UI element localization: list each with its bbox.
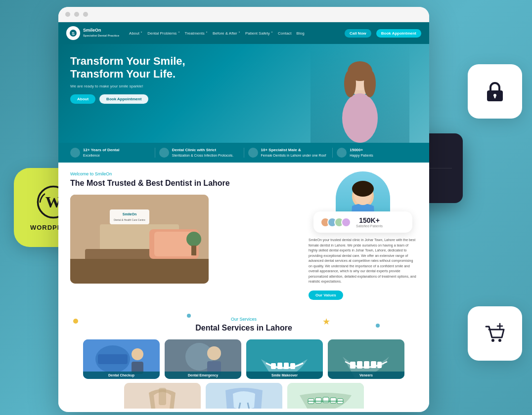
nav-treatments[interactable]: Treatments ˅ xyxy=(185,31,208,36)
site-logo-icon: S xyxy=(66,26,80,40)
svg-rect-24 xyxy=(191,246,196,255)
window-dot-2 xyxy=(74,12,79,17)
window-dot-3 xyxy=(83,12,88,17)
svg-rect-42 xyxy=(277,363,282,369)
svg-rect-49 xyxy=(371,361,376,368)
trophy-icon xyxy=(70,148,80,158)
svg-rect-47 xyxy=(357,361,362,369)
stats-bar: 12+ Years of DentalExcellence Dental Cli… xyxy=(58,143,429,163)
cart-plus-icon xyxy=(482,321,508,346)
hero-title: Transform Your Smile, Transform Your Lif… xyxy=(70,55,185,81)
services-grid-2 xyxy=(70,383,417,409)
nav-blog[interactable]: Blog xyxy=(297,31,305,36)
svg-point-23 xyxy=(186,232,201,247)
deco-star-1: ★ xyxy=(322,316,330,327)
svg-text:S: S xyxy=(72,31,75,36)
site-logo: S SmileOn Specialist Dental Practice xyxy=(66,26,119,40)
svg-point-6 xyxy=(498,339,501,342)
patient-label: Satisfied Patients xyxy=(356,224,383,228)
about-button[interactable]: About xyxy=(70,94,95,104)
call-now-button[interactable]: Call Now xyxy=(345,29,371,38)
stat-sterilization-text: Dental Clinic with StrictSterilization &… xyxy=(172,148,234,157)
stat-specialists-text: 10+ Specialist Male &Female Dentists in … xyxy=(261,148,326,157)
nav-about[interactable]: About ˅ xyxy=(129,31,142,36)
nav-safety[interactable]: Patient Safety ˅ xyxy=(245,31,273,36)
svg-point-5 xyxy=(491,339,494,342)
book-appointment-nav-button[interactable]: Book Appointment xyxy=(376,29,421,38)
patient-avatars xyxy=(320,217,351,227)
service-dental-checkup: Dental Checkup xyxy=(83,339,160,379)
hero-person-image xyxy=(310,44,409,143)
svg-text:SmileOn: SmileOn xyxy=(123,212,136,216)
svg-rect-52 xyxy=(159,388,166,405)
service-veneers: Veneers xyxy=(328,339,404,379)
svg-rect-48 xyxy=(364,361,369,369)
service-root-canal xyxy=(206,383,282,409)
services-title: Dental Services in Lahore xyxy=(70,324,417,332)
lock-card xyxy=(468,64,522,119)
svg-point-38 xyxy=(207,346,221,360)
svg-rect-58 xyxy=(315,398,321,403)
svg-rect-20 xyxy=(70,259,209,284)
services-grid: Dental Checkup Dental Emergency xyxy=(70,339,417,379)
deco-dot-yellow-1 xyxy=(73,319,78,324)
person-icon xyxy=(248,148,258,158)
nav-contact[interactable]: Contact xyxy=(278,31,292,36)
svg-rect-41 xyxy=(271,363,276,369)
service-emergency-label: Dental Emergency xyxy=(165,372,241,379)
site-logo-text: SmileOn Specialist Dental Practice xyxy=(83,28,119,38)
svg-rect-4 xyxy=(494,96,496,98)
stat-patients: 15000+Happy Patients xyxy=(333,148,421,158)
services-section: ★ Our Services Dental Services in Lahore xyxy=(58,309,429,409)
content-left: Welcome to SmileOn The Most Trusted & Be… xyxy=(70,171,299,300)
service-implants xyxy=(124,383,201,409)
service-braces xyxy=(287,383,364,409)
svg-rect-33 xyxy=(98,354,128,364)
our-values-button[interactable]: Our Values xyxy=(309,290,343,300)
nav-items: About ˅ Dental Problems ˅ Treatments ˅ B… xyxy=(129,31,340,36)
main-content: Welcome to SmileOn The Most Trusted & Be… xyxy=(58,163,429,309)
patient-count: 150K+ xyxy=(356,216,383,224)
stat-specialists: 10+ Specialist Male &Female Dentists in … xyxy=(244,148,333,158)
content-right: 150K+ Satisfied Patients SmileOn your tr… xyxy=(309,171,417,300)
lock-icon xyxy=(482,79,508,104)
svg-rect-50 xyxy=(377,362,382,368)
service-smile-label: Smile Makeover xyxy=(246,372,323,379)
book-appointment-hero-button[interactable]: Book Appointment xyxy=(99,94,148,104)
svg-point-16 xyxy=(364,70,376,97)
svg-rect-25 xyxy=(110,209,149,224)
service-dental-emergency: Dental Emergency xyxy=(165,339,241,379)
smile-icon xyxy=(337,148,347,158)
shield-stat-icon xyxy=(159,148,169,158)
service-smile-makeover: Smile Makeover xyxy=(246,339,323,379)
clinic-image: SmileOn Dental & Health Care Centre xyxy=(70,195,209,284)
website-content: S SmileOn Specialist Dental Practice Abo… xyxy=(58,22,429,409)
svg-rect-43 xyxy=(284,363,289,369)
svg-rect-46 xyxy=(350,362,355,369)
window-dot-1 xyxy=(65,12,70,17)
service-veneers-label: Veneers xyxy=(328,372,404,379)
hero-text: Transform Your Smile, Transform Your Lif… xyxy=(70,55,185,104)
patient-badge: 150K+ Satisfied Patients xyxy=(313,211,412,233)
avatar-4 xyxy=(341,217,351,227)
svg-rect-59 xyxy=(323,397,329,403)
svg-rect-44 xyxy=(290,363,295,369)
svg-text:Dental & Health Care Centre: Dental & Health Care Centre xyxy=(114,218,145,221)
svg-point-12 xyxy=(342,93,378,143)
cart-card xyxy=(468,306,522,361)
svg-point-15 xyxy=(344,70,356,97)
deco-dot-blue-2 xyxy=(376,324,380,328)
stat-years: 12+ Years of DentalExcellence xyxy=(66,148,155,158)
service-checkup-label: Dental Checkup xyxy=(83,372,160,379)
patient-info: 150K+ Satisfied Patients xyxy=(356,216,383,228)
stat-years-text: 12+ Years of DentalExcellence xyxy=(83,148,119,157)
nav-before[interactable]: Before & After ˅ xyxy=(213,31,240,36)
hero-section: Transform Your Smile, Transform Your Lif… xyxy=(58,44,429,143)
svg-point-30 xyxy=(352,181,374,197)
site-nav: S SmileOn Specialist Dental Practice Abo… xyxy=(58,22,429,44)
svg-rect-60 xyxy=(330,398,336,403)
svg-point-34 xyxy=(132,348,143,360)
nav-dental[interactable]: Dental Problems ˅ xyxy=(147,31,179,36)
stat-patients-text: 15000+Happy Patients xyxy=(350,148,373,157)
stat-sterilization: Dental Clinic with StrictSterilization &… xyxy=(155,148,244,158)
